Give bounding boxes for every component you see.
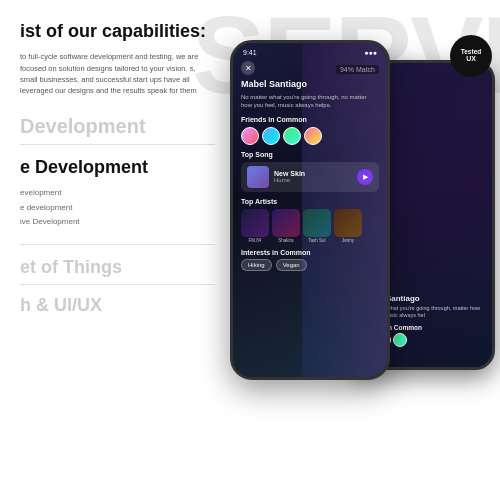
ux-label: UX [466, 55, 476, 63]
web-dev-title: Development [20, 114, 215, 138]
friend-avatar-3 [283, 127, 301, 145]
song-thumbnail [247, 166, 269, 188]
sub-item-2: e development [20, 201, 215, 215]
artist-item-4: Jenny [334, 209, 362, 243]
artist-name-4: Jenny [334, 238, 362, 243]
design-title: h & UI/UX [20, 295, 215, 316]
song-artist: Hume [274, 177, 352, 183]
song-info: New Skin Hume [274, 170, 352, 183]
top-artists-row: FM.84 Shakira Tash Sul Jenny [241, 209, 379, 243]
description-text: to full-cycle software development and t… [20, 51, 215, 96]
divider-2 [20, 244, 215, 245]
divider-1 [20, 144, 215, 145]
iot-section: et of Things [20, 257, 215, 285]
top-song-label: Top Song [241, 151, 379, 158]
friend-avatar-1 [241, 127, 259, 145]
artist-name-3: Tash Sul [303, 238, 331, 243]
status-signal: ●●● [364, 49, 377, 56]
phone2-avatar-3 [393, 333, 407, 347]
friends-label: Friends in Common [241, 116, 379, 123]
friends-avatars [241, 127, 379, 145]
tested-ux-badge: Tested UX [450, 35, 492, 77]
left-content-panel: ist of our capabilities: to full-cycle s… [0, 0, 230, 500]
artist-item-2: Shakira [272, 209, 300, 243]
interests-label: Interests in Common [241, 249, 379, 256]
sub-item-3: ive Development [20, 215, 215, 229]
mobile-dev-sub-items: evelopment e development ive Development [20, 186, 215, 229]
profile-description: No matter what you're going through, no … [241, 93, 379, 110]
phone-mockups-panel: Mabel Santiago No matter what you're goi… [210, 30, 500, 500]
top-artists-label: Top Artists [241, 198, 379, 205]
mobile-dev-title: e Development [20, 157, 215, 178]
interest-hiking: Hiking [241, 259, 272, 271]
web-development-section: Development [20, 114, 215, 145]
interest-vegan: Vegan [276, 259, 307, 271]
profile-match: 94% Match [336, 65, 379, 74]
friend-avatar-4 [304, 127, 322, 145]
design-section: h & UI/UX [20, 295, 215, 316]
close-button[interactable]: ✕ [241, 61, 255, 75]
phone-screen: 9:41 ●●● ✕ Mabel Santiago 94% Match No m… [233, 43, 387, 377]
artist-thumb-3 [303, 209, 331, 237]
status-time: 9:41 [243, 49, 257, 56]
main-heading: ist of our capabilities: [20, 20, 215, 43]
profile-name: Mabel Santiago [241, 79, 307, 89]
artist-thumb-1 [241, 209, 269, 237]
iot-title: et of Things [20, 257, 215, 278]
song-name: New Skin [274, 170, 352, 177]
phone-primary: 9:41 ●●● ✕ Mabel Santiago 94% Match No m… [230, 40, 390, 380]
phone-status-bar: 9:41 ●●● [233, 43, 387, 56]
top-song-card[interactable]: New Skin Hume ▶ [241, 162, 379, 192]
interests-row: Hiking Vegan [241, 259, 379, 271]
sub-item-1: evelopment [20, 186, 215, 200]
phone-main-content: Mabel Santiago 94% Match No matter what … [233, 73, 387, 277]
artist-name-1: FM.84 [241, 238, 269, 243]
artist-thumb-4 [334, 209, 362, 237]
divider-3 [20, 284, 215, 285]
artist-item-1: FM.84 [241, 209, 269, 243]
play-button[interactable]: ▶ [357, 169, 373, 185]
mobile-development-section: e Development evelopment e development i… [20, 157, 215, 244]
artist-item-3: Tash Sul [303, 209, 331, 243]
friend-avatar-2 [262, 127, 280, 145]
artist-thumb-2 [272, 209, 300, 237]
artist-name-2: Shakira [272, 238, 300, 243]
